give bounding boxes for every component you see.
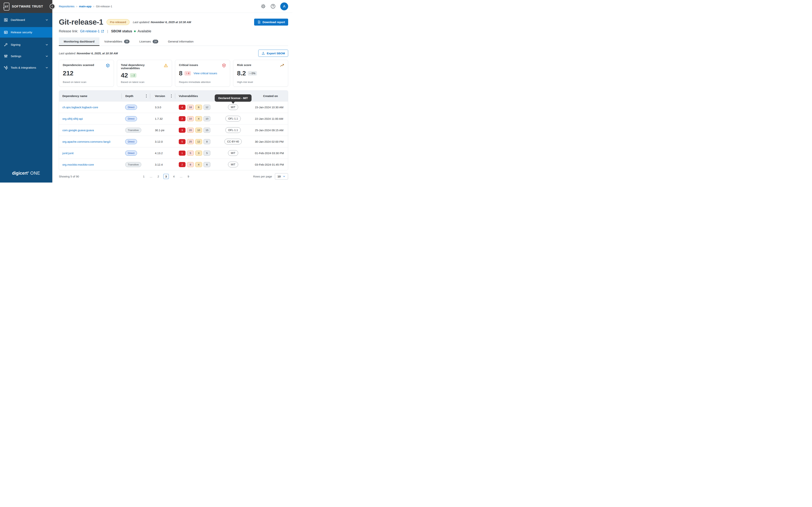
column-label: Version bbox=[155, 94, 165, 98]
depth-badge: Direct bbox=[125, 105, 137, 110]
release-link[interactable]: Git-release-1 bbox=[80, 29, 104, 33]
table-row: com.google.guava:guava Transitive 30.1-j… bbox=[59, 124, 288, 136]
breadcrumb-current: Git-release-1 bbox=[96, 5, 112, 8]
dependency-link[interactable]: org.mockito:mockito-core bbox=[62, 163, 94, 166]
table-row: junit:junit Direct 4.13.2 1 5 3 5 MIT 01… bbox=[59, 147, 288, 159]
critical-count-badge: 2 bbox=[179, 162, 185, 167]
column-divider bbox=[150, 94, 150, 99]
depth-badge: Transitive bbox=[125, 162, 141, 167]
page-button-3-active[interactable]: 3 bbox=[163, 174, 169, 179]
card-total-vulnerabilities: Total dependency vulnerabilities 42 ↓ 2 … bbox=[117, 60, 172, 87]
tab-vulnerabilities[interactable]: Vulnerabilities 36 bbox=[100, 38, 134, 46]
dependency-link[interactable]: org.apache.commons:commons-lang3 bbox=[62, 140, 110, 143]
dependency-link[interactable]: com.google.guava:guava bbox=[62, 128, 94, 132]
warning-icon bbox=[164, 63, 168, 68]
card-value: 8 bbox=[179, 69, 182, 77]
table-header-row: Dependency name Depth Version Vul bbox=[59, 91, 288, 101]
delta-down-badge: ↓ 2 bbox=[130, 73, 136, 78]
delta-flat-badge: − 0% bbox=[248, 71, 257, 75]
low-count-badge: 5 bbox=[204, 151, 210, 156]
sidebar-item-settings[interactable]: Settings bbox=[0, 52, 52, 61]
digicert-wordmark: digicert bbox=[12, 171, 27, 176]
tab-count-badge: 36 bbox=[124, 40, 130, 44]
medium-count-badge: 3 bbox=[195, 151, 202, 156]
tooltip-arrow bbox=[231, 102, 235, 104]
page-button-4[interactable]: 4 bbox=[172, 174, 175, 178]
settings-gear-button[interactable] bbox=[261, 4, 266, 9]
breadcrumb-separator: › bbox=[93, 4, 94, 8]
st-logo-dot bbox=[3, 7, 4, 8]
tab-label: General information bbox=[168, 40, 193, 43]
column-label: Depth bbox=[125, 94, 133, 98]
tab-monitoring-dashboard[interactable]: Monitoring dashboard bbox=[59, 38, 100, 46]
low-count-badge: 6 bbox=[204, 162, 210, 167]
vulnerability-badges: 2 10 4 10 bbox=[175, 116, 213, 121]
critical-count-badge: 4 bbox=[179, 105, 185, 110]
dependency-table: Dependency name Depth Version Vul bbox=[59, 91, 288, 170]
version-cell: 3.12.4 bbox=[150, 163, 175, 166]
tab-licenses[interactable]: Licenses 24 bbox=[134, 38, 163, 46]
high-count-badge: 10 bbox=[187, 116, 194, 121]
sidebar-item-tools-integrations[interactable]: Tools & integrations bbox=[0, 63, 52, 72]
brand-logo: ST SOFTWARE TRUST bbox=[0, 0, 52, 13]
tab-count-badge: 24 bbox=[153, 40, 158, 44]
rows-per-page-select[interactable]: 10 bbox=[275, 173, 288, 180]
brand-name: SOFTWARE TRUST bbox=[12, 5, 43, 8]
column-header-created-on: Created on bbox=[253, 91, 288, 101]
release-link-label: Release link: bbox=[59, 29, 78, 33]
chevron-down-icon bbox=[45, 66, 49, 69]
dependency-link[interactable]: org.slf4j:slf4j-api bbox=[62, 117, 83, 120]
medium-count-badge: 4 bbox=[195, 162, 202, 167]
app-window: ST SOFTWARE TRUST Dashboard bbox=[0, 0, 292, 182]
low-count-badge: 10 bbox=[204, 116, 210, 121]
depth-column-menu-button[interactable] bbox=[145, 94, 148, 98]
showing-count: Showing 5 of 90 bbox=[59, 175, 79, 178]
page-button-9[interactable]: 9 bbox=[187, 174, 190, 178]
page-button-2[interactable]: 2 bbox=[157, 174, 160, 178]
declared-license-tooltip: Declared license - MIT bbox=[215, 94, 251, 102]
download-report-button[interactable]: Download report bbox=[254, 19, 288, 25]
divider: | bbox=[107, 29, 108, 33]
chevron-down-icon bbox=[283, 175, 286, 178]
sidebar-item-release-security[interactable]: Release security bbox=[0, 27, 52, 38]
critical-count-badge: 2 bbox=[179, 116, 185, 121]
user-avatar[interactable]: A bbox=[280, 2, 288, 10]
card-value: 212 bbox=[63, 69, 73, 77]
breadcrumb-repositories[interactable]: Repositories bbox=[59, 5, 74, 8]
table-row: org.mockito:mockito-core Transitive 3.12… bbox=[59, 159, 288, 170]
page-content: Git-release-1 Pre-released Last updated:… bbox=[52, 13, 292, 182]
column-label: Dependency name bbox=[62, 94, 88, 98]
dependency-link[interactable]: junit:junit bbox=[62, 152, 73, 155]
version-column-menu-button[interactable] bbox=[170, 94, 173, 98]
card-dependencies-scanned: Dependencies scanned 212 Based on latest… bbox=[59, 60, 114, 87]
license-badge: OFL-1.1 bbox=[225, 127, 241, 133]
file-download-icon bbox=[257, 20, 261, 24]
dependency-link[interactable]: ch.qos.logback:logback-core bbox=[62, 106, 98, 109]
st-logo-icon: ST bbox=[4, 3, 9, 10]
external-link-icon bbox=[101, 30, 104, 33]
key-icon bbox=[4, 43, 8, 47]
sidebar-item-label: Signing bbox=[11, 43, 20, 46]
card-title: Dependencies scanned bbox=[63, 63, 94, 66]
delta-up-badge: ↑ 4 bbox=[184, 71, 191, 75]
view-critical-issues-link[interactable]: View critical issues bbox=[193, 72, 217, 75]
tab-label: Vulnerabilities bbox=[104, 40, 122, 43]
help-button[interactable] bbox=[270, 4, 276, 9]
registered-mark: ® bbox=[27, 171, 29, 173]
page-button-1[interactable]: 1 bbox=[142, 174, 145, 178]
sidebar-collapse-button[interactable] bbox=[50, 4, 55, 9]
sidebar-item-dashboard[interactable]: Dashboard bbox=[0, 16, 52, 24]
sidebar-item-label: Settings bbox=[11, 55, 21, 58]
rows-per-page-label: Rows per page bbox=[253, 175, 272, 178]
breadcrumb-main-app[interactable]: main-app bbox=[79, 5, 92, 8]
network-icon bbox=[4, 66, 8, 70]
chevron-left-icon bbox=[51, 5, 54, 8]
sidebar-item-signing[interactable]: Signing bbox=[0, 41, 52, 49]
tab-general-information[interactable]: General information bbox=[163, 38, 198, 46]
page-ellipsis: … bbox=[149, 174, 153, 178]
export-sbom-button[interactable]: Export SBOM bbox=[258, 50, 288, 57]
version-cell: 3.3.0 bbox=[150, 106, 175, 109]
version-cell: 4.13.2 bbox=[150, 152, 175, 155]
version-cell: 3.12.0 bbox=[150, 140, 175, 143]
medium-count-badge: 12 bbox=[195, 139, 202, 144]
